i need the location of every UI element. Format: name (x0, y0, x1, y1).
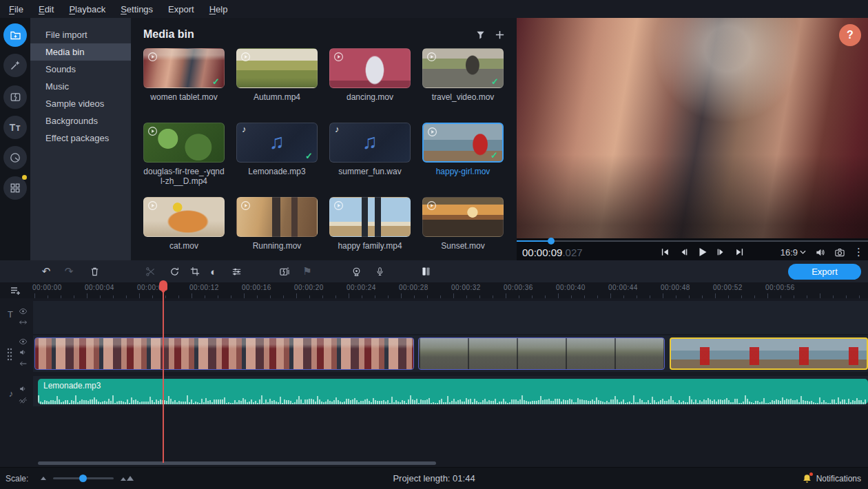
crop-button[interactable] (187, 263, 203, 280)
skip-to-start-button[interactable] (658, 246, 672, 258)
video-track-mute-icon[interactable] (18, 348, 28, 357)
title-track[interactable] (33, 301, 868, 334)
video-track-back-icon[interactable] (18, 359, 28, 368)
playhead-handle[interactable] (159, 280, 167, 291)
video-track-visibility-icon[interactable] (18, 337, 28, 346)
sidebar-item-sounds[interactable]: Sounds (30, 61, 131, 78)
play-button[interactable] (695, 246, 709, 258)
menu-export[interactable]: Export (161, 1, 202, 17)
timeline-clip-travel-video-mov[interactable] (418, 337, 665, 370)
ruler-label: 00:00:44 (608, 284, 638, 291)
rail-filters[interactable] (3, 54, 27, 77)
more-options-icon[interactable]: ⋮ (854, 246, 864, 258)
sidebar-item-media-bin[interactable]: Media bin (30, 43, 131, 61)
title-track-visibility-icon[interactable] (18, 306, 28, 315)
ruler-tick (178, 295, 179, 298)
media-item-douglas-fir-tree-yqndl-zh-d-mp4[interactable]: douglas-fir-tree_-yqndl-zh__D.mp4 (143, 123, 225, 197)
ruler-tick (584, 295, 585, 298)
menu-edit[interactable]: Edit (31, 1, 61, 17)
ruler-tick (623, 295, 624, 298)
titles-icon: Tᴛ (10, 121, 21, 134)
play-circle-icon (426, 52, 437, 62)
help-button[interactable]: ? (839, 24, 861, 46)
menu-file[interactable]: File (1, 1, 31, 17)
ruler-tick (846, 295, 847, 298)
export-button[interactable]: Export (788, 264, 861, 280)
menu-playback[interactable]: Playback (61, 1, 113, 17)
menu-help[interactable]: Help (202, 1, 236, 17)
media-item-travel-video-mov[interactable]: ✓travel_video.mov (422, 48, 504, 123)
split-button[interactable] (417, 263, 434, 280)
media-item-lemonade-mp3[interactable]: ♪♫✓Lemonade.mp3 (236, 123, 318, 197)
ruler-tick (414, 295, 415, 298)
color-adjustments-button[interactable]: ◐ (205, 263, 222, 280)
next-frame-button[interactable] (714, 246, 727, 258)
ruler-tick (322, 295, 323, 298)
media-item-dancing-mov[interactable]: dancing.mov (329, 48, 411, 123)
add-media-icon[interactable] (492, 27, 507, 42)
timeline-clip-happy-girl-mov[interactable] (670, 337, 868, 370)
playback-time: 00:00:09.027 (522, 247, 583, 258)
sidebar-item-sample-videos[interactable]: Sample videos (30, 95, 131, 112)
filter-icon[interactable] (473, 27, 488, 42)
preview-video[interactable] (517, 18, 868, 238)
previous-frame-button[interactable] (676, 246, 690, 258)
sidebar-item-backgrounds[interactable]: Backgrounds (30, 112, 131, 129)
snapshot-camera-icon[interactable] (834, 247, 845, 258)
title-track-sync-icon[interactable] (18, 318, 28, 326)
audio-track-waveform-icon[interactable] (18, 395, 28, 404)
ruler-tick (362, 295, 362, 298)
sidebar-item-effect-packages[interactable]: Effect packages (30, 129, 131, 147)
sidebar-item-file-import[interactable]: File import (30, 26, 131, 43)
ruler-tick (388, 295, 389, 298)
menu-bar: FileEditPlaybackSettingsExportHelp (0, 0, 868, 18)
play-circle-icon (240, 52, 251, 62)
horizontal-scrollbar[interactable] (38, 461, 436, 465)
video-track-grip-icon[interactable] (5, 350, 14, 359)
webcam-capture-button[interactable] (348, 263, 364, 280)
add-track-button[interactable] (8, 284, 22, 298)
in-timeline-check-icon: ✓ (305, 151, 313, 161)
rotate-button[interactable] (166, 263, 183, 280)
media-item-autumn-mp4[interactable]: Autumn.mp4 (236, 48, 318, 123)
ruler-tick (427, 295, 428, 298)
new-badge-dot (22, 175, 27, 180)
clip-properties-button[interactable] (228, 263, 245, 280)
delete-button[interactable] (86, 263, 103, 280)
ruler-tick (349, 293, 349, 298)
audio-track-mute-icon[interactable] (18, 384, 28, 393)
sidebar-item-music[interactable]: Music (30, 78, 131, 95)
rail-stickers[interactable] (3, 146, 27, 169)
ruler-tick (506, 293, 506, 298)
play-circle-icon (240, 200, 251, 211)
timeline-ruler[interactable]: 00:00:0000:00:0400:00:0800:00:1200:00:16… (0, 282, 868, 298)
media-item-women-tablet-mov[interactable]: ✓women tablet.mov (143, 48, 225, 123)
play-circle-icon (147, 126, 158, 136)
rail-media-import[interactable] (3, 23, 27, 47)
ruler-label: 00:00:40 (556, 284, 586, 291)
ruler-tick (820, 293, 820, 298)
ruler-tick (741, 295, 742, 298)
media-item-name: happy-girl.mov (422, 167, 504, 176)
undo-button[interactable]: ↶ (38, 263, 54, 280)
notifications-button[interactable]: Notifications (802, 473, 861, 484)
rail-more-tools[interactable] (3, 176, 27, 200)
ruler-tick (192, 293, 192, 298)
skip-to-end-button[interactable] (732, 246, 746, 258)
menu-settings[interactable]: Settings (113, 1, 161, 17)
transition-wizard-button[interactable] (276, 263, 293, 280)
rail-titles[interactable]: Tᴛ (3, 116, 27, 139)
redo-button[interactable]: ↷ (61, 263, 77, 280)
aspect-ratio-select[interactable]: 16:9 (781, 247, 806, 258)
marker-flag-button[interactable]: ⚑ (299, 263, 316, 280)
record-audio-button[interactable] (371, 263, 388, 280)
ruler-label: 00:00:32 (451, 284, 481, 291)
cut-button[interactable] (142, 263, 158, 280)
toolbar: ↶ ↷ ◐ ⚑ Export (0, 260, 868, 282)
rail-transitions[interactable] (3, 85, 27, 109)
timeline-clip-women-tablet-mov[interactable] (34, 337, 414, 370)
media-item-summer-fun-wav[interactable]: ♪♫summer_fun.wav (329, 123, 411, 197)
seek-bar[interactable] (517, 238, 868, 244)
media-item-happy-girl-mov[interactable]: ✓happy-girl.mov (422, 123, 504, 197)
volume-icon[interactable] (814, 247, 826, 258)
